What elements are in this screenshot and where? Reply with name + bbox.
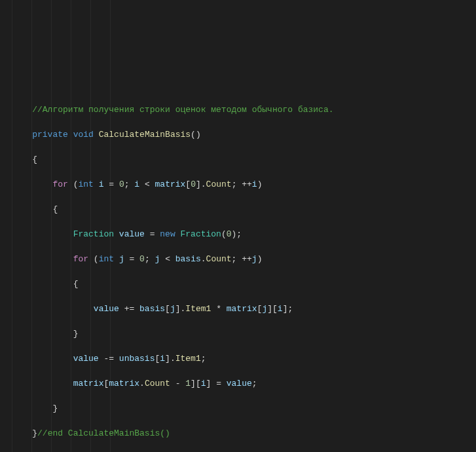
code-line: Fraction value = new Fraction(0);	[12, 228, 476, 240]
code-line: {	[12, 153, 476, 166]
code-line: private void CalculateMainBasis()	[12, 128, 476, 141]
code-line: {	[12, 203, 476, 216]
comment: //Алгоритм получения строки оценок метод…	[32, 105, 333, 115]
code-line: //Алгоритм получения строки оценок метод…	[12, 104, 476, 116]
code-line: for (int i = 0; i < matrix[0].Count; ++i…	[12, 178, 476, 191]
code-line: value -= unbasis[i].Item1;	[12, 352, 476, 365]
code-line: value += basis[j].Item1 * matrix[j][i];	[12, 303, 476, 315]
code-line: for (int j = 0; j < basis.Count; ++j)	[12, 253, 476, 265]
code-line: {	[12, 278, 476, 290]
code-line: matrix[matrix.Count - 1][i] = value;	[12, 377, 476, 390]
code-line: }	[12, 328, 476, 340]
code-line: }	[12, 402, 476, 415]
code-editor[interactable]: //Алгоритм получения строки оценок метод…	[0, 0, 476, 452]
code-line: }//end CalculateMainBasis()	[12, 427, 476, 440]
